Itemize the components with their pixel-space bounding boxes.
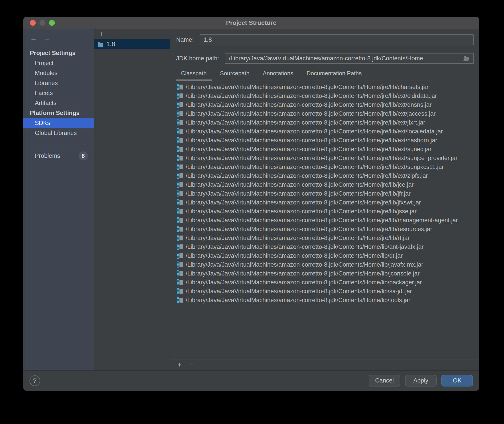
jar-archive-icon bbox=[177, 235, 183, 241]
jar-path-text: /Library/Java/JavaVirtualMachines/amazon… bbox=[186, 164, 444, 170]
jar-path-row[interactable]: /Library/Java/JavaVirtualMachines/amazon… bbox=[170, 269, 479, 278]
jar-path-row[interactable]: /Library/Java/JavaVirtualMachines/amazon… bbox=[170, 162, 479, 171]
sidebar-item-modules[interactable]: Modules bbox=[23, 68, 94, 78]
platform-settings-header: Platform Settings bbox=[23, 108, 94, 118]
name-label: Name: bbox=[176, 36, 194, 43]
jar-archive-icon bbox=[177, 128, 183, 135]
jdk-folder-icon bbox=[97, 41, 104, 48]
jar-path-text: /Library/Java/JavaVirtualMachines/amazon… bbox=[186, 101, 432, 108]
dialog-footer: ? Cancel Apply OK bbox=[23, 370, 479, 391]
jdk-home-path-row: JDK home path: /Library/Java/JavaVirtual… bbox=[176, 53, 473, 64]
jar-archive-icon bbox=[177, 164, 183, 170]
classpath-toolbar: + − bbox=[170, 359, 479, 370]
jar-path-text: /Library/Java/JavaVirtualMachines/amazon… bbox=[186, 155, 458, 162]
jar-path-row[interactable]: /Library/Java/JavaVirtualMachines/amazon… bbox=[170, 251, 479, 260]
apply-button[interactable]: Apply bbox=[405, 375, 436, 387]
remove-sdk-icon[interactable]: − bbox=[111, 30, 115, 38]
jar-path-text: /Library/Java/JavaVirtualMachines/amazon… bbox=[186, 252, 403, 259]
footer-buttons: Cancel Apply OK bbox=[369, 375, 473, 387]
jdk-home-path-input[interactable]: /Library/Java/JavaVirtualMachines/amazon… bbox=[225, 53, 473, 64]
jar-path-row[interactable]: /Library/Java/JavaVirtualMachines/amazon… bbox=[170, 118, 479, 127]
name-field-row: Name: 1.8 bbox=[176, 34, 473, 45]
sidebar-item-libraries[interactable]: Libraries bbox=[23, 78, 94, 88]
jar-path-row[interactable]: /Library/Java/JavaVirtualMachines/amazon… bbox=[170, 189, 479, 198]
back-arrow-icon[interactable]: ← bbox=[30, 34, 37, 42]
sidebar-item-global-libraries[interactable]: Global Libraries bbox=[23, 128, 94, 138]
jar-path-row[interactable]: /Library/Java/JavaVirtualMachines/amazon… bbox=[170, 154, 479, 162]
history-nav: ← → bbox=[23, 32, 94, 48]
jar-path-text: /Library/Java/JavaVirtualMachines/amazon… bbox=[186, 128, 443, 135]
jar-path-row[interactable]: /Library/Java/JavaVirtualMachines/amazon… bbox=[170, 145, 479, 154]
jar-path-row[interactable]: /Library/Java/JavaVirtualMachines/amazon… bbox=[170, 92, 479, 100]
sidebar-item-artifacts[interactable]: Artifacts bbox=[23, 98, 94, 108]
jar-path-row[interactable]: /Library/Java/JavaVirtualMachines/amazon… bbox=[170, 243, 479, 251]
jar-path-row[interactable]: /Library/Java/JavaVirtualMachines/amazon… bbox=[170, 207, 479, 216]
jar-path-row[interactable]: /Library/Java/JavaVirtualMachines/amazon… bbox=[170, 287, 479, 296]
jar-path-text: /Library/Java/JavaVirtualMachines/amazon… bbox=[186, 279, 422, 286]
jar-path-text: /Library/Java/JavaVirtualMachines/amazon… bbox=[186, 243, 424, 250]
sdk-editor-panel: Name: 1.8 JDK home path: /Library/Java/J… bbox=[170, 29, 479, 370]
jar-path-text: /Library/Java/JavaVirtualMachines/amazon… bbox=[186, 146, 432, 153]
tab-annotations[interactable]: Annotations bbox=[258, 70, 298, 81]
help-button[interactable]: ? bbox=[30, 375, 40, 386]
jar-archive-icon bbox=[177, 288, 183, 294]
sdk-list-panel: + − 1.8 bbox=[94, 29, 170, 370]
jar-path-row[interactable]: /Library/Java/JavaVirtualMachines/amazon… bbox=[170, 225, 479, 234]
jar-archive-icon bbox=[177, 217, 183, 223]
jar-path-text: /Library/Java/JavaVirtualMachines/amazon… bbox=[186, 137, 437, 144]
browse-folder-icon[interactable] bbox=[463, 56, 470, 61]
jar-path-row[interactable]: /Library/Java/JavaVirtualMachines/amazon… bbox=[170, 171, 479, 180]
name-input[interactable]: 1.8 bbox=[200, 34, 473, 45]
jdk-home-path-label: JDK home path: bbox=[176, 55, 219, 62]
jar-path-row[interactable]: /Library/Java/JavaVirtualMachines/amazon… bbox=[170, 83, 479, 92]
jar-path-row[interactable]: /Library/Java/JavaVirtualMachines/amazon… bbox=[170, 136, 479, 145]
jar-path-row[interactable]: /Library/Java/JavaVirtualMachines/amazon… bbox=[170, 216, 479, 225]
jar-archive-icon bbox=[177, 262, 183, 268]
project-settings-header: Project Settings bbox=[23, 48, 94, 58]
jar-path-row[interactable]: /Library/Java/JavaVirtualMachines/amazon… bbox=[170, 109, 479, 118]
sidebar-item-facets[interactable]: Facets bbox=[23, 88, 94, 98]
zoom-window-icon[interactable] bbox=[49, 20, 55, 26]
jar-archive-icon bbox=[177, 226, 183, 232]
jar-archive-icon bbox=[177, 199, 183, 206]
jar-path-row[interactable]: /Library/Java/JavaVirtualMachines/amazon… bbox=[170, 127, 479, 136]
jar-path-text: /Library/Java/JavaVirtualMachines/amazon… bbox=[186, 288, 412, 295]
jar-archive-icon bbox=[177, 146, 183, 152]
sdk-fields: Name: 1.8 JDK home path: /Library/Java/J… bbox=[170, 29, 479, 64]
sidebar-item-problems[interactable]: Problems 8 bbox=[23, 151, 94, 161]
jar-archive-icon bbox=[177, 111, 183, 117]
sdk-name: 1.8 bbox=[106, 40, 115, 48]
sdk-tabs: Classpath Sourcepath Annotations Documen… bbox=[170, 70, 479, 81]
tab-documentation-paths[interactable]: Documentation Paths bbox=[302, 70, 367, 81]
window-title: Project Structure bbox=[23, 19, 479, 26]
jar-path-text: /Library/Java/JavaVirtualMachines/amazon… bbox=[186, 190, 411, 197]
sidebar-item-project[interactable]: Project bbox=[23, 58, 94, 68]
minimize-window-icon bbox=[39, 20, 45, 26]
add-sdk-icon[interactable]: + bbox=[100, 30, 104, 38]
cancel-button[interactable]: Cancel bbox=[369, 375, 400, 387]
tab-sourcepath[interactable]: Sourcepath bbox=[215, 70, 254, 81]
jar-path-row[interactable]: /Library/Java/JavaVirtualMachines/amazon… bbox=[170, 180, 479, 189]
jar-path-row[interactable]: /Library/Java/JavaVirtualMachines/amazon… bbox=[170, 198, 479, 207]
sdk-list-item-selected[interactable]: 1.8 bbox=[94, 39, 170, 49]
close-window-icon[interactable] bbox=[30, 20, 36, 26]
problems-label: Problems bbox=[35, 152, 60, 159]
jar-path-row[interactable]: /Library/Java/JavaVirtualMachines/amazon… bbox=[170, 100, 479, 109]
jar-archive-icon bbox=[177, 244, 183, 250]
jar-path-row[interactable]: /Library/Java/JavaVirtualMachines/amazon… bbox=[170, 278, 479, 287]
jar-path-text: /Library/Java/JavaVirtualMachines/amazon… bbox=[186, 235, 410, 242]
sidebar-item-sdks[interactable]: SDKs bbox=[23, 118, 94, 128]
tab-classpath[interactable]: Classpath bbox=[176, 70, 212, 81]
jar-path-row[interactable]: /Library/Java/JavaVirtualMachines/amazon… bbox=[170, 234, 479, 243]
jar-path-text: /Library/Java/JavaVirtualMachines/amazon… bbox=[186, 93, 437, 100]
jar-archive-icon bbox=[177, 119, 183, 126]
jar-path-row[interactable]: /Library/Java/JavaVirtualMachines/amazon… bbox=[170, 260, 479, 269]
project-structure-dialog: Project Structure ← → Project Settings P… bbox=[23, 17, 479, 391]
add-classpath-entry-icon[interactable]: + bbox=[178, 361, 182, 369]
jar-archive-icon bbox=[177, 93, 183, 99]
ok-button[interactable]: OK bbox=[442, 375, 473, 387]
jar-path-row[interactable]: /Library/Java/JavaVirtualMachines/amazon… bbox=[170, 296, 479, 305]
jar-path-text: /Library/Java/JavaVirtualMachines/amazon… bbox=[186, 110, 436, 117]
forward-arrow-icon[interactable]: → bbox=[44, 34, 51, 42]
jar-archive-icon bbox=[177, 102, 183, 108]
